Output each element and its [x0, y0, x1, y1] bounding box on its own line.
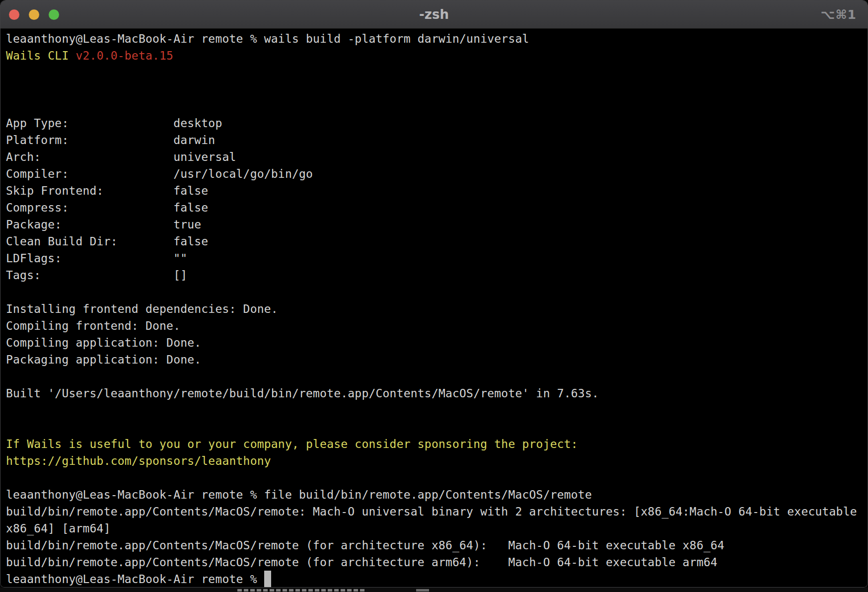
terminal-text: Built '/Users/leaanthony/remote/build/bi… [6, 387, 599, 400]
terminal-text: x86_64] [arm64] [6, 522, 111, 535]
terminal-window: -zsh ⌥⌘1 leaanthony@Leas-MacBook-Air rem… [0, 0, 868, 588]
terminal-line: build/bin/remote.app/Contents/MacOS/remo… [6, 503, 868, 520]
terminal-line: Installing frontend dependencies: Done. [6, 300, 868, 317]
terminal-line: leaanthony@Leas-MacBook-Air remote % [6, 571, 868, 588]
terminal-text: Packaging application: Done. [6, 353, 201, 366]
terminal-text: build/bin/remote.app/Contents/MacOS/remo… [6, 556, 718, 569]
background-window-text-fragment [416, 589, 429, 592]
terminal-line: Package: true [6, 216, 868, 233]
minimize-button[interactable] [29, 9, 39, 20]
terminal-text: Tags: [] [6, 269, 187, 282]
terminal-line: Skip Frontend: false [6, 182, 868, 199]
terminal-line: LDFlags: "" [6, 250, 868, 267]
terminal-text: If Wails is useful to you or your compan… [6, 438, 578, 450]
terminal-text: leaanthony@Leas-MacBook-Air remote % fil… [6, 488, 592, 501]
terminal-line: build/bin/remote.app/Contents/MacOS/remo… [6, 537, 868, 554]
terminal-line: Wails CLI v2.0.0-beta.15 [6, 47, 868, 64]
terminal-text: Installing frontend dependencies: Done. [6, 302, 278, 315]
titlebar[interactable]: -zsh ⌥⌘1 [0, 0, 868, 29]
terminal-line: leaanthony@Leas-MacBook-Air remote % wai… [6, 30, 868, 47]
traffic-lights [9, 0, 59, 28]
terminal-line: Tags: [] [6, 267, 868, 284]
terminal-text: Package: true [6, 218, 201, 231]
terminal-line [6, 368, 868, 385]
background-window-sliver [0, 588, 868, 592]
terminal-line: Clean Build Dir: false [6, 233, 868, 250]
terminal-line: If Wails is useful to you or your compan… [6, 436, 868, 452]
terminal-line: Compiling frontend: Done. [6, 317, 868, 334]
terminal-cursor [264, 571, 271, 588]
terminal-line: x86_64] [arm64] [6, 520, 868, 537]
terminal-line [6, 469, 868, 486]
terminal-line [6, 98, 868, 115]
terminal-text: Compiling application: Done. [6, 336, 201, 349]
tab-shortcut-badge: ⌥⌘1 [821, 0, 857, 28]
terminal-line: build/bin/remote.app/Contents/MacOS/remo… [6, 554, 868, 571]
background-window-text-fragments [237, 589, 364, 592]
terminal-line: Built '/Users/leaanthony/remote/build/bi… [6, 385, 868, 402]
terminal-line: Compiling application: Done. [6, 334, 868, 351]
terminal-text: Compiling frontend: Done. [6, 319, 180, 332]
terminal-line: Arch: universal [6, 148, 868, 165]
terminal-line [6, 284, 868, 300]
terminal-line: App Type: desktop [6, 115, 868, 132]
terminal-text: leaanthony@Leas-MacBook-Air remote % [6, 573, 264, 586]
terminal-text: Compiler: /usr/local/go/bin/go [6, 167, 313, 180]
terminal-text: LDFlags: "" [6, 252, 187, 265]
terminal-text: Platform: darwin [6, 134, 215, 147]
terminal-line: https://github.com/sponsors/leaanthony [6, 452, 868, 469]
zoom-button[interactable] [49, 9, 59, 20]
terminal-text: leaanthony@Leas-MacBook-Air remote % wai… [6, 32, 529, 45]
terminal-line [6, 419, 868, 436]
terminal-text: App Type: desktop [6, 117, 222, 130]
terminal-output[interactable]: leaanthony@Leas-MacBook-Air remote % wai… [0, 29, 868, 588]
terminal-line: Platform: darwin [6, 132, 868, 148]
terminal-text: build/bin/remote.app/Contents/MacOS/remo… [6, 505, 857, 518]
terminal-line: Compress: false [6, 199, 868, 216]
window-title: -zsh [419, 7, 449, 22]
terminal-text: Wails CLI [6, 49, 75, 62]
terminal-text: Compress: false [6, 201, 208, 214]
terminal-line [6, 81, 868, 98]
terminal-text: build/bin/remote.app/Contents/MacOS/remo… [6, 539, 724, 552]
terminal-line: Packaging application: Done. [6, 351, 868, 368]
terminal-text: Arch: universal [6, 150, 236, 163]
terminal-text: Clean Build Dir: false [6, 235, 208, 248]
terminal-text: v2.0.0-beta.15 [75, 49, 173, 62]
close-button[interactable] [9, 9, 19, 20]
terminal-line: leaanthony@Leas-MacBook-Air remote % fil… [6, 486, 868, 503]
terminal-line: Compiler: /usr/local/go/bin/go [6, 165, 868, 182]
terminal-text: Skip Frontend: false [6, 184, 208, 197]
terminal-line [6, 402, 868, 419]
terminal-text: https://github.com/sponsors/leaanthony [6, 454, 271, 467]
terminal-line [6, 64, 868, 81]
